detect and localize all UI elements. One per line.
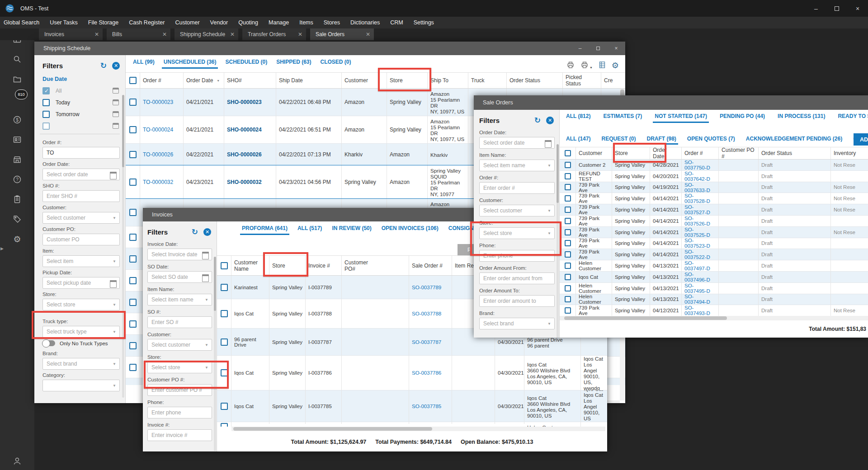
checkbox[interactable] [42, 111, 50, 118]
filter-control[interactable]: Select pickup date [42, 277, 120, 289]
user-icon[interactable] [12, 456, 23, 466]
table-row[interactable]: Iqos Cat Spring Valley I-0037786 SO-0037… [217, 356, 607, 390]
status-tab[interactable]: CLOSED (0) [319, 59, 353, 69]
due-date-option[interactable]: Tomorrow [42, 110, 119, 118]
sale-order-link[interactable]: SO-0037528-D [682, 193, 719, 204]
close-button[interactable]: × [847, 0, 868, 17]
col-customer-po[interactable]: Customer PO# [342, 256, 409, 275]
table-row[interactable]: 739 Park Ave Spring Valley 04/14/2021 SO… [560, 204, 868, 216]
filter-control[interactable]: Enter order amount to [479, 295, 555, 307]
sale-order-link[interactable]: SO-0037642-D [682, 171, 719, 182]
table-row[interactable]: Helen Customer Spring Valley 04/13/2021 … [560, 260, 868, 272]
col-order-status[interactable]: Order Status [507, 73, 563, 88]
order-link[interactable]: TO-0000032 [140, 165, 184, 198]
filter-control[interactable]: Select customer [479, 205, 555, 216]
table-row[interactable]: 739 Park Ave Spring Valley 04/14/2021 SO… [560, 216, 868, 227]
row-checkbox[interactable] [129, 364, 137, 371]
row-checkbox[interactable] [565, 285, 571, 291]
sho-link[interactable]: SHO-0000032 [224, 165, 276, 198]
filter-control[interactable]: Select brand [479, 318, 555, 329]
col-order-status[interactable]: Order Status [759, 147, 831, 159]
sale-orders-window-title-bar[interactable]: Sale Orders [474, 95, 868, 110]
sale-order-link[interactable]: SO-0037633-D [682, 182, 719, 193]
calendar-icon[interactable] [113, 111, 119, 117]
table-row[interactable]: 739 Park Ave Spring Valley 04/14/2021 SO… [560, 227, 868, 238]
horizontal-scrollbar[interactable] [560, 316, 868, 320]
status-tab[interactable]: ALL (517) [296, 225, 324, 235]
search-icon[interactable] [12, 54, 23, 65]
table-row[interactable]: REFUND TEST Spring Valley 04/20/2021 SO-… [560, 171, 868, 182]
row-checkbox[interactable] [129, 255, 137, 263]
sale-order-link[interactable]: SO-0037496-D [682, 272, 719, 282]
status-tab[interactable]: READY TO SHIP (25 [836, 113, 868, 123]
select-all-checkbox[interactable] [221, 262, 228, 269]
menu-item[interactable]: Items [299, 19, 313, 26]
sale-order-link[interactable]: SO-0037525-D [682, 227, 719, 238]
row-checkbox[interactable] [565, 195, 571, 202]
due-date-option[interactable]: Today [42, 99, 119, 106]
row-checkbox[interactable] [565, 218, 571, 224]
filters-close-icon[interactable]: ✕ [546, 117, 554, 124]
filter-control[interactable]: Customer PO [42, 234, 120, 245]
menu-item[interactable]: Global Search [4, 19, 39, 26]
status-tab[interactable]: NOT STARTED (147) [653, 113, 709, 123]
menu-item[interactable]: CRM [390, 19, 403, 26]
status-tab[interactable]: OPEN QUOTES (7) [685, 136, 737, 145]
col-order[interactable]: Order # [140, 73, 184, 88]
menu-item[interactable]: Quoting [238, 19, 258, 26]
sale-order-link[interactable]: SO-0037494-D [682, 294, 719, 305]
tab-close-icon[interactable]: ✕ [366, 31, 370, 38]
status-tab[interactable]: PROFORMA (641) [240, 225, 289, 235]
row-checkbox[interactable] [221, 403, 228, 410]
calendar-icon[interactable] [113, 99, 119, 105]
checkbox[interactable] [42, 87, 50, 94]
refresh-icon[interactable]: ↻ [100, 61, 107, 70]
store-icon[interactable] [12, 154, 23, 165]
sale-order-link[interactable]: SO-0037789 [409, 276, 452, 299]
filter-control[interactable]: Enter phone [147, 407, 212, 418]
toggle-switch[interactable] [42, 340, 55, 346]
export-excel-icon[interactable] [599, 61, 606, 70]
col-ship-to[interactable]: Ship To [428, 73, 468, 88]
table-row[interactable]: 739 Park Ave Spring Valley 04/14/2021 SO… [560, 238, 868, 249]
status-tab[interactable]: ALL (147) [564, 136, 592, 145]
row-checkbox[interactable] [565, 296, 571, 302]
sale-order-link[interactable]: SO-0037522-D [682, 249, 719, 260]
filter-control[interactable]: Select item [42, 255, 120, 267]
row-checkbox[interactable] [565, 274, 571, 280]
row-checkbox[interactable] [565, 184, 571, 190]
row-checkbox[interactable] [129, 179, 137, 186]
filters-close-icon[interactable]: ✕ [203, 228, 211, 236]
scrollbar-thumb[interactable] [122, 95, 124, 167]
minimize-button[interactable]: – [571, 42, 589, 55]
row-checkbox[interactable] [565, 240, 571, 246]
col-order-date[interactable]: Order Date▼ [184, 73, 224, 88]
status-tab[interactable]: UNSCHEDULED (36) [162, 59, 218, 69]
row-checkbox[interactable] [221, 310, 228, 317]
menu-item[interactable]: Customer [175, 19, 199, 26]
filter-control[interactable]: Enter SO # [147, 316, 212, 328]
filter-control[interactable]: Select SO date [147, 271, 212, 283]
menu-item[interactable]: File Storage [88, 19, 118, 26]
table-row[interactable]: 739 Park Ave Spring Valley 04/12/2021 SO… [560, 305, 868, 316]
sale-order-link[interactable] [409, 422, 452, 424]
refresh-icon[interactable]: ↻ [534, 116, 541, 125]
col-order[interactable]: Order # [682, 147, 719, 159]
sho-link[interactable]: SHO-0000026 [224, 144, 276, 165]
row-checkbox[interactable] [129, 277, 137, 284]
sale-order-link[interactable]: SO-0037526-D [682, 216, 719, 226]
row-checkbox[interactable] [221, 423, 228, 427]
order-link[interactable]: TO-0000024 [140, 116, 184, 143]
filter-control[interactable]: Select order date [42, 169, 120, 180]
app-title-bar[interactable]: OMS - Test – × [0, 0, 868, 17]
row-checkbox[interactable] [565, 263, 571, 269]
filter-control[interactable]: Enter order # [479, 182, 555, 194]
sale-order-link[interactable]: SO-0037788 [409, 299, 452, 328]
sho-link[interactable]: SHO-0000024 [224, 116, 276, 143]
print-options-icon[interactable]: ▼ [580, 61, 593, 70]
tab-close-icon[interactable]: ✕ [230, 31, 235, 38]
table-row[interactable]: 739 Park Ave Spring Valley 04/14/2021 SO… [560, 193, 868, 204]
filter-control[interactable]: Select Invoice date [147, 249, 212, 260]
checkbox[interactable] [42, 122, 50, 130]
table-row[interactable]: Helen Customer Spring Valley 04/13/2021 … [560, 283, 868, 294]
